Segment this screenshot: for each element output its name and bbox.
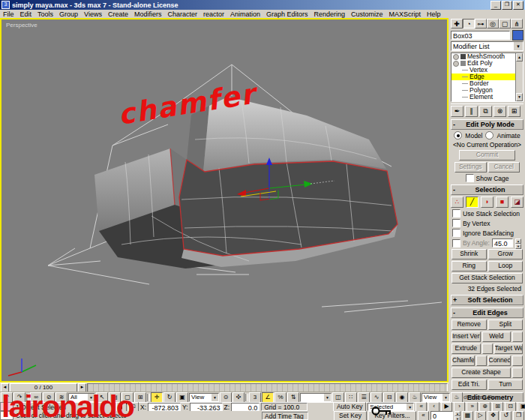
menu-customize[interactable]: Customize	[348, 10, 386, 18]
use-stack-selection-checkbox[interactable]	[452, 209, 460, 218]
menu-reactor[interactable]: reactor	[200, 10, 227, 18]
configure-modifier-sets-icon[interactable]: ⊞	[508, 106, 520, 117]
model-radio[interactable]	[454, 131, 462, 140]
undo-icon[interactable]: ↶	[1, 392, 13, 403]
create-shape-settings-button[interactable]	[512, 368, 523, 378]
render-scene-icon[interactable]: ♨	[409, 392, 421, 403]
extrude-settings-button[interactable]	[482, 344, 493, 354]
min-max-toggle-icon[interactable]: ❐	[513, 411, 524, 420]
stack-scrollbar[interactable]: ▲ ▼	[515, 53, 523, 101]
menu-tools[interactable]: Tools	[34, 10, 56, 18]
select-and-scale-icon[interactable]: ▣	[176, 392, 188, 403]
x-coordinate-field[interactable]: -872.803	[148, 403, 181, 412]
quick-render-icon[interactable]: ♨	[451, 392, 463, 403]
commit-button[interactable]: Commit	[459, 150, 515, 160]
connect-settings-button[interactable]	[512, 356, 523, 366]
rollout-header-selection[interactable]: - Selection	[451, 184, 524, 195]
scroll-down-icon[interactable]: ▼	[516, 93, 523, 101]
stack-item-vertex[interactable]: Vertex	[452, 67, 523, 74]
current-frame-field[interactable]: 0	[430, 411, 453, 420]
layer-manager-icon[interactable]: ☰	[358, 392, 370, 403]
animate-radio[interactable]	[485, 131, 494, 140]
show-end-result-icon[interactable]: ∥	[465, 106, 478, 117]
turn-button[interactable]: Turn	[488, 380, 524, 390]
by-angle-checkbox[interactable]	[452, 239, 460, 248]
show-cage-checkbox[interactable]	[466, 174, 474, 182]
border-subobject-icon[interactable]: ◗	[481, 196, 494, 208]
insert-vertex-button[interactable]: Insert Vertex	[452, 332, 481, 342]
rollout-header-edit-edges[interactable]: - Edit Edges	[451, 308, 524, 318]
selection-filter-dropdown[interactable]: All ▼	[68, 393, 95, 402]
ring-button[interactable]: Ring	[452, 261, 487, 272]
edge-subobject-icon[interactable]: ╱	[466, 196, 478, 208]
field-of-view-icon[interactable]: ▷	[475, 411, 486, 420]
tab-display-icon[interactable]: ▢	[499, 19, 511, 28]
restore-button[interactable]: ❐	[502, 1, 512, 10]
schematic-view-icon[interactable]: ⊟	[383, 392, 395, 403]
menu-modifiers[interactable]: Modifiers	[131, 10, 165, 18]
loop-button[interactable]: Loop	[488, 261, 524, 272]
stack-item-element[interactable]: Element	[452, 94, 523, 100]
y-coordinate-field[interactable]: -33.263	[190, 403, 223, 412]
menu-edit[interactable]: Edit	[17, 10, 35, 18]
spinner-down-icon[interactable]: ▼	[454, 416, 460, 420]
select-object-icon[interactable]: ↖	[96, 392, 108, 403]
select-and-rotate-icon[interactable]: ↻	[164, 392, 176, 403]
tab-motion-icon[interactable]: ◎	[487, 19, 499, 28]
select-by-name-icon[interactable]: ▤	[109, 392, 121, 403]
select-and-manipulate-icon[interactable]: ✣	[232, 392, 244, 403]
remove-button[interactable]: Remove	[452, 320, 487, 330]
angle-snap-icon[interactable]: ∠	[262, 392, 274, 403]
maxscript-mini-listener-macro[interactable]	[0, 402, 14, 411]
pin-stack-icon[interactable]: ✒	[451, 106, 464, 117]
use-pivot-center-icon[interactable]: ⊙	[220, 392, 232, 403]
unlink-selection-icon[interactable]: ⊘	[43, 392, 55, 403]
rollout-header-soft-selection[interactable]: + Soft Selection	[451, 295, 524, 305]
window-crossing-icon[interactable]: ⊞	[134, 392, 146, 403]
by-vertex-checkbox[interactable]	[452, 219, 460, 227]
shrink-button[interactable]: Shrink	[452, 249, 487, 260]
pan-view-icon[interactable]: ✥	[488, 411, 499, 420]
maxscript-mini-listener[interactable]	[0, 411, 14, 420]
mirror-icon[interactable]: ◫	[332, 392, 344, 403]
tab-modify-icon[interactable]: ◔	[463, 19, 475, 28]
minimize-button[interactable]: _	[490, 1, 501, 10]
snaps-toggle-icon[interactable]: 3	[249, 392, 261, 403]
menu-graph-editors[interactable]: Graph Editors	[263, 10, 311, 18]
material-editor-icon[interactable]: ◉	[396, 392, 408, 403]
spinner-snap-icon[interactable]: ⇅	[287, 392, 299, 403]
chamfer-settings-button[interactable]	[476, 356, 487, 366]
spinner-up-icon[interactable]: ▲	[454, 411, 460, 416]
lamp-icon[interactable]	[453, 61, 459, 67]
bind-to-space-warp-icon[interactable]: ≋	[56, 392, 68, 403]
object-name-field[interactable]: Box03	[451, 31, 510, 40]
align-icon[interactable]: ∷	[345, 392, 357, 403]
spinner-up-icon[interactable]: ▲	[515, 238, 521, 244]
z-coordinate-field[interactable]: 0.0	[231, 403, 260, 412]
lamp-icon[interactable]	[453, 54, 459, 60]
vertex-subobject-icon[interactable]: ∴	[451, 196, 464, 208]
select-and-move-icon[interactable]: ✛	[151, 392, 163, 403]
close-button[interactable]: ✕	[513, 1, 524, 10]
menu-maxscript[interactable]: MAXScript	[386, 10, 424, 18]
rollout-header-edit-poly-mode[interactable]: - Edit Poly Mode	[451, 119, 524, 130]
select-and-link-icon[interactable]: ∞	[30, 392, 42, 403]
object-color-swatch[interactable]	[512, 30, 524, 40]
reference-coordinate-dropdown[interactable]: View ▼	[189, 393, 219, 402]
menu-help[interactable]: Help	[424, 10, 444, 18]
element-subobject-icon[interactable]: ◪	[511, 196, 524, 208]
chamfer-button[interactable]: Chamfer	[452, 356, 475, 366]
time-slider-handle[interactable]: 0 / 100	[10, 383, 77, 392]
tab-utilities-icon[interactable]: ⋔	[511, 19, 523, 28]
split-button[interactable]: Split	[488, 320, 524, 330]
previous-key-icon[interactable]: «	[418, 411, 429, 420]
modifier-stack[interactable]: MeshSmooth Edit Poly Vertex Edge Border …	[451, 52, 524, 102]
viewport-label[interactable]: Perspective	[6, 22, 38, 28]
menu-character[interactable]: Character	[164, 10, 200, 18]
percent-snap-icon[interactable]: %	[274, 392, 286, 403]
render-type-dropdown[interactable]: View ▼	[422, 393, 450, 402]
modifier-list-dropdown[interactable]: Modifier List ▼	[451, 41, 524, 51]
frame-spinner[interactable]: ▲ ▼	[454, 411, 460, 420]
spinner-down-icon[interactable]: ▼	[515, 244, 521, 249]
add-time-tag[interactable]: Add Time Tag	[262, 412, 308, 420]
